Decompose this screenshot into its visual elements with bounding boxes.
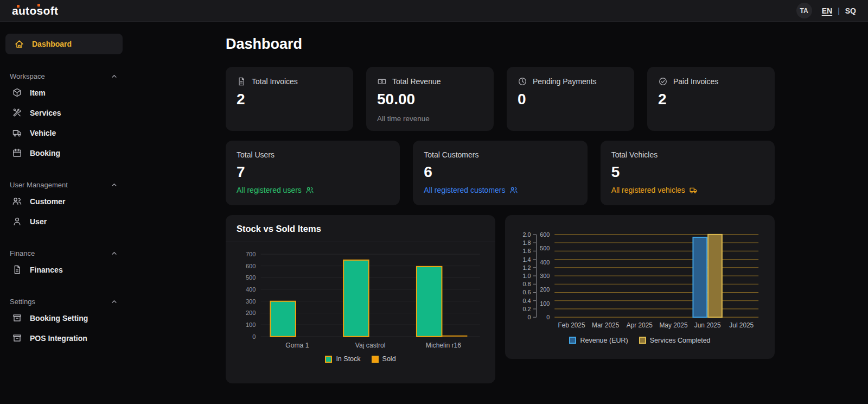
legend-item[interactable]: Services Completed — [639, 337, 711, 344]
legend-swatch — [372, 356, 379, 363]
sidebar-item-vehicle[interactable]: Vehicle — [0, 123, 128, 143]
chevron-up-icon — [110, 298, 118, 306]
legend-label: In Stock — [336, 355, 360, 363]
summary-card-value: 7 — [237, 163, 389, 181]
sidebar-item-label: Vehicle — [30, 129, 56, 137]
sidebar-item-services[interactable]: Services — [0, 103, 128, 123]
total-revenue-card: Total Revenue 50.00 All time revenue — [366, 67, 494, 131]
stat-card-value: 2 — [237, 91, 342, 108]
topbar: autosoft TA EN | SQ — [0, 0, 868, 22]
svg-text:0.8: 0.8 — [523, 281, 531, 287]
users-icon — [509, 186, 518, 194]
section-label: Finance — [10, 249, 35, 257]
svg-text:0: 0 — [528, 314, 531, 320]
chart-legend: In StockSold — [234, 353, 487, 368]
revenue-services-card: 00.20.40.60.81.01.21.41.61.82.0010020030… — [505, 215, 775, 359]
tools-icon — [12, 108, 22, 118]
svg-text:0.6: 0.6 — [523, 289, 531, 295]
sidebar-section-finance[interactable]: Finance — [0, 247, 128, 260]
user-icon — [12, 216, 22, 226]
legend-item[interactable]: In Stock — [325, 355, 360, 363]
check-circle-icon — [658, 77, 668, 86]
svg-text:1.4: 1.4 — [523, 256, 531, 263]
svg-text:Jul 2025: Jul 2025 — [729, 321, 754, 329]
stock-vs-sold-card: Stock vs Sold Items 01002003004005006007… — [226, 215, 495, 383]
sidebar-item-dashboard[interactable]: Dashboard — [5, 34, 123, 54]
chevron-up-icon — [110, 72, 118, 80]
sidebar-item-customer[interactable]: Customer — [0, 191, 128, 211]
page-title: Dashboard — [226, 36, 775, 53]
sidebar-item-label: Customer — [30, 197, 65, 206]
svg-text:0: 0 — [252, 333, 256, 340]
sidebar-section-workspace[interactable]: Workspace — [0, 70, 128, 83]
svg-text:100: 100 — [246, 321, 256, 328]
total-vehicles-card: Total Vehicles 5 All registered vehicles — [601, 141, 775, 205]
truck-icon — [689, 186, 698, 194]
sidebar-item-label: Item — [30, 89, 46, 97]
legend-item[interactable]: Revenue (EUR) — [569, 337, 628, 344]
sidebar-item-label: Booking Setting — [30, 314, 88, 323]
summary-card-label: Total Vehicles — [611, 150, 764, 159]
language-en[interactable]: EN — [822, 7, 832, 15]
total-customers-card: Total Customers 6 All registered custome… — [413, 141, 587, 205]
sidebar-item-item[interactable]: Item — [0, 83, 128, 103]
sidebar-item-label: Finances — [30, 266, 63, 274]
avatar[interactable]: TA — [796, 3, 812, 18]
language-divider: | — [838, 7, 840, 15]
svg-text:700: 700 — [246, 251, 256, 257]
link-label: All registered customers — [424, 186, 505, 194]
svg-text:100: 100 — [540, 300, 550, 307]
sidebar-item-user[interactable]: User — [0, 211, 128, 231]
sidebar: Dashboard Workspace Item Services Vehicl… — [0, 22, 128, 404]
svg-text:0.4: 0.4 — [523, 298, 531, 304]
section-label: Settings — [10, 298, 35, 306]
charts-row: Stock vs Sold Items 01002003004005006007… — [226, 215, 775, 383]
legend-label: Revenue (EUR) — [580, 337, 628, 344]
app-logo[interactable]: autosoft — [12, 4, 58, 17]
svg-text:600: 600 — [540, 231, 550, 238]
sidebar-section-user-management[interactable]: User Management — [0, 178, 128, 191]
summary-card-label: Total Users — [237, 150, 389, 159]
total-invoices-card: Total Invoices 2 — [226, 67, 353, 131]
all-registered-users-link[interactable]: All registered users — [237, 186, 389, 194]
main-content: Dashboard Total Invoices 2 Total Revenue… — [128, 22, 868, 404]
language-sq[interactable]: SQ — [845, 7, 856, 15]
stat-card-subtitle: All time revenue — [377, 115, 483, 123]
sidebar-section-settings[interactable]: Settings — [0, 295, 128, 308]
sidebar-item-booking-setting[interactable]: Booking Setting — [0, 308, 128, 328]
svg-text:1.8: 1.8 — [523, 239, 531, 246]
sidebar-item-label: Dashboard — [32, 40, 72, 48]
home-icon — [14, 39, 24, 49]
sidebar-item-label: Services — [30, 109, 61, 117]
all-registered-vehicles-link[interactable]: All registered vehicles — [611, 186, 764, 194]
link-label: All registered vehicles — [611, 186, 685, 194]
sidebar-item-booking[interactable]: Booking — [0, 143, 128, 163]
cube-icon — [12, 87, 22, 98]
users-icon — [12, 196, 22, 206]
svg-text:400: 400 — [246, 286, 256, 293]
banknote-icon — [377, 77, 387, 86]
svg-text:Michelin r16: Michelin r16 — [426, 342, 462, 349]
chart-header: Stock vs Sold Items — [226, 215, 495, 242]
svg-text:1.2: 1.2 — [523, 264, 531, 271]
topbar-right: TA EN | SQ — [796, 3, 856, 18]
truck-icon — [12, 128, 22, 138]
svg-text:200: 200 — [540, 286, 550, 293]
chevron-up-icon — [110, 181, 118, 189]
svg-text:1.0: 1.0 — [523, 273, 531, 279]
svg-text:500: 500 — [246, 274, 256, 281]
chart-legend: Revenue (EUR)Services Completed — [514, 334, 766, 350]
svg-text:200: 200 — [246, 310, 256, 316]
stat-card-value: 2 — [658, 91, 764, 108]
sidebar-item-finances[interactable]: Finances — [0, 260, 128, 280]
archive-icon — [12, 313, 22, 323]
summary-card-value: 6 — [424, 163, 576, 181]
svg-text:0: 0 — [546, 314, 550, 320]
dual-axis-bar-chart: 00.20.40.60.81.01.21.41.61.82.0010020030… — [514, 227, 766, 334]
legend-item[interactable]: Sold — [372, 355, 396, 363]
svg-text:600: 600 — [246, 263, 256, 269]
pending-payments-card: Pending Payments 0 — [507, 67, 634, 131]
sidebar-item-pos-integration[interactable]: POS Integration — [0, 328, 128, 348]
calendar-icon — [12, 148, 22, 158]
all-registered-customers-link[interactable]: All registered customers — [424, 186, 576, 194]
